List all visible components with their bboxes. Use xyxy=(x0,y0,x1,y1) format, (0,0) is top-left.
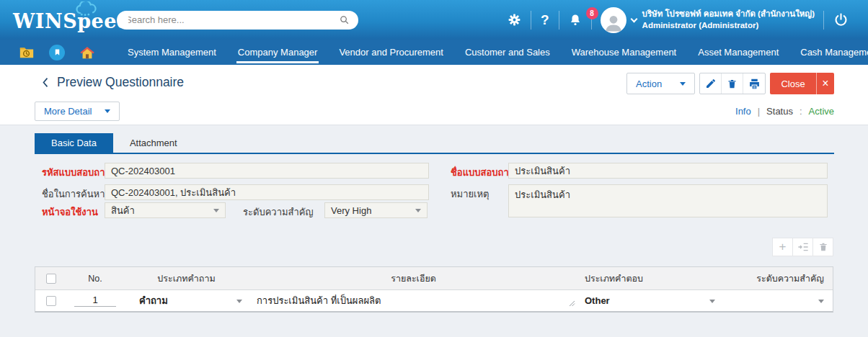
tab-basic-data[interactable]: Basic Data xyxy=(35,133,113,153)
status-badge: Active xyxy=(809,106,834,117)
notifications-bell-icon[interactable]: 8 xyxy=(559,14,591,27)
topbar-right: ? 8 บริษัท โปรซอฟท์ คอมเทค จำกัด (สำนักง… xyxy=(498,7,858,33)
row-no-cell[interactable]: 1 xyxy=(74,295,116,307)
priority-dropdown[interactable]: Very High xyxy=(324,202,428,218)
tab-strip: Basic Data Attachment xyxy=(35,133,834,154)
row-checkbox[interactable] xyxy=(46,296,56,306)
code-label: รหัสแบบสอบถาม xyxy=(42,165,111,180)
caret-down-icon xyxy=(105,109,110,113)
col-answer-type: ประเภทคำตอบ xyxy=(577,267,725,289)
screen-label: หน้าจอใช้งาน xyxy=(42,205,98,220)
print-button[interactable] xyxy=(743,73,765,94)
back-chevron-icon[interactable] xyxy=(42,77,49,88)
main-content: Basic Data Attachment รหัสแบบสอบถาม ชื่อ… xyxy=(0,125,868,337)
page-header: Preview Questionnaire Action Close × Mor… xyxy=(0,65,868,125)
status-label: Status xyxy=(766,106,793,117)
power-logout-icon[interactable] xyxy=(824,12,858,27)
nav-item-asset-management[interactable]: Asset Management xyxy=(687,40,789,65)
status-colon: : xyxy=(800,106,802,117)
cloud-icon xyxy=(74,1,99,19)
name-field[interactable]: ประเมินสินค้า xyxy=(508,163,828,179)
insert-row-button[interactable] xyxy=(792,238,813,256)
caret-down-icon xyxy=(236,300,242,303)
col-detail: รายละเอียด xyxy=(249,267,577,289)
remark-label: หมายเหตุ xyxy=(451,187,490,202)
nav-item-vendor-procurement[interactable]: Vendor and Procurement xyxy=(328,40,454,65)
top-bar: WINSpeed ? 8 บริษัท โปรซอฟท์ คอมเทค จำกั xyxy=(0,0,868,40)
grid-header-row: No. ประเภทคำถาม รายละเอียด ประเภทคำตอบ ร… xyxy=(35,267,833,290)
grid-row-1: 1 คำถาม การประเมินสินค้า ที่เป็นผลผลิต O… xyxy=(35,290,833,311)
gear-icon[interactable] xyxy=(498,13,531,27)
name-label: ชื่อแบบสอบถาม xyxy=(451,165,515,180)
chevron-down-icon xyxy=(630,15,637,22)
tab-attachment[interactable]: Attachment xyxy=(113,133,194,153)
detail-cell[interactable]: การประเมินสินค้า ที่เป็นผลผลิต xyxy=(249,290,577,311)
search-name-label: ชื่อในการค้นหา xyxy=(42,187,105,202)
caret-down-icon xyxy=(709,300,715,303)
resize-grip-icon[interactable] xyxy=(569,298,575,309)
avatar xyxy=(601,7,626,33)
recent-folder-icon[interactable] xyxy=(19,45,35,60)
user-name: Administrator (Administrator) xyxy=(642,20,815,32)
company-name: บริษัท โปรซอฟท์ คอมเทค จำกัด (สำนักงานให… xyxy=(642,9,815,20)
help-icon[interactable]: ? xyxy=(531,12,559,28)
user-menu[interactable]: บริษัท โปรซอฟท์ คอมเทค จำกัด (สำนักงานให… xyxy=(592,7,823,33)
nav-item-system-management[interactable]: System Management xyxy=(117,40,227,65)
global-search xyxy=(117,11,358,30)
home-icon[interactable] xyxy=(79,45,95,60)
info-link[interactable]: Info xyxy=(735,106,751,117)
caret-down-icon xyxy=(680,82,686,86)
more-detail-button[interactable]: More Detail xyxy=(35,102,120,121)
nav-item-customer-sales[interactable]: Customer and Sales xyxy=(454,40,561,65)
screen-dropdown[interactable]: สินค้า xyxy=(105,202,226,218)
edit-pencil-button[interactable] xyxy=(700,73,722,94)
notification-badge: 8 xyxy=(586,7,598,19)
priority-cell[interactable] xyxy=(725,290,834,311)
logo-text: WINSpeed xyxy=(13,10,130,32)
questions-grid: No. ประเภทคำถาม รายละเอียด ประเภทคำตอบ ร… xyxy=(35,266,833,313)
col-no: No. xyxy=(67,267,123,289)
caret-down-icon xyxy=(415,209,421,212)
close-button[interactable]: Close xyxy=(770,73,816,94)
nav-item-warehouse-management[interactable]: Warehouse Management xyxy=(561,40,688,65)
caret-down-icon xyxy=(213,209,219,212)
main-nav: System Management Company Manager Vendor… xyxy=(0,40,868,65)
add-row-button[interactable]: + xyxy=(772,238,793,256)
search-input[interactable] xyxy=(125,14,339,25)
remark-field[interactable]: ประเมินสินค้า xyxy=(508,184,828,217)
bookmark-icon[interactable] xyxy=(49,45,65,60)
delete-row-button[interactable] xyxy=(812,238,833,256)
page-title: Preview Questionnaire xyxy=(57,75,184,90)
app-logo[interactable]: WINSpeed xyxy=(13,0,111,40)
nav-item-company-manager[interactable]: Company Manager xyxy=(227,40,329,65)
code-field[interactable]: QC-202403001 xyxy=(105,163,429,179)
answer-type-cell[interactable]: Other xyxy=(577,290,725,311)
action-button[interactable]: Action xyxy=(626,73,695,94)
priority-label: ระดับความสำคัญ xyxy=(243,205,314,220)
divider: | xyxy=(758,106,760,117)
grid-toolbar: + xyxy=(773,238,833,256)
caret-down-icon xyxy=(818,300,824,303)
delete-trash-button[interactable] xyxy=(722,73,743,94)
select-all-checkbox[interactable] xyxy=(46,274,56,284)
col-question-type: ประเภทคำถาม xyxy=(123,267,249,289)
nav-item-cash-management[interactable]: Cash Management xyxy=(789,40,868,65)
close-x-button[interactable]: × xyxy=(816,73,834,94)
search-name-field[interactable]: QC-202403001, ประเมินสินค้า xyxy=(105,184,429,200)
col-priority: ระดับความสำคัญ xyxy=(725,267,834,289)
search-icon[interactable] xyxy=(339,14,350,25)
question-type-cell[interactable]: คำถาม xyxy=(123,290,249,311)
